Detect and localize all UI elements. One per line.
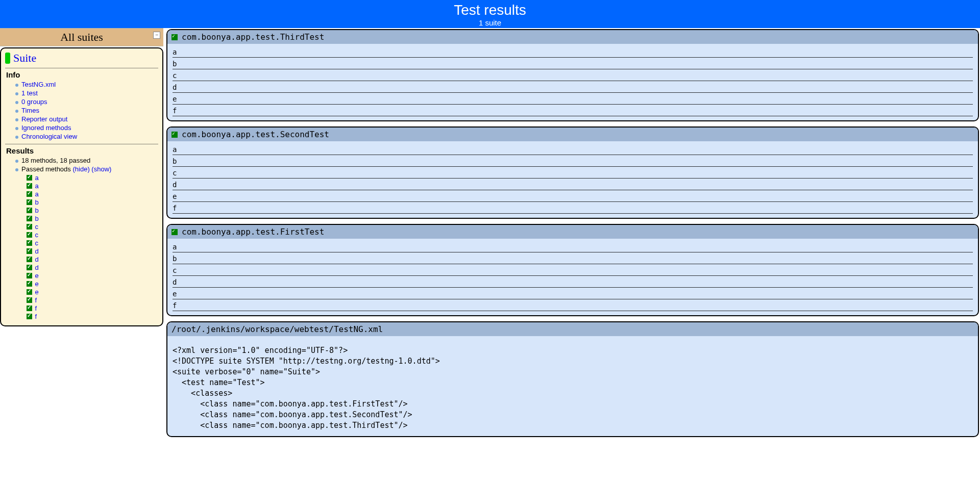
info-link[interactable]: Times <box>21 107 39 114</box>
test-class-panel: com.boonya.app.test.FirstTestabcdef <box>166 224 979 316</box>
test-method-row[interactable]: d <box>173 81 973 91</box>
test-class-panel: com.boonya.app.test.ThirdTestabcdef <box>166 29 979 121</box>
method-name: e <box>33 272 39 279</box>
method-item[interactable]: a <box>27 182 158 190</box>
all-suites-label: All suites <box>60 31 103 43</box>
results-list: 18 methods, 18 passed Passed methods (hi… <box>5 156 158 173</box>
method-name: d <box>33 256 39 263</box>
divider <box>173 178 973 179</box>
test-method-row[interactable]: c <box>173 167 973 177</box>
method-item[interactable]: e <box>27 288 158 296</box>
info-item[interactable]: Chronological view <box>15 132 158 141</box>
main-content: com.boonya.app.test.ThirdTestabcdefcom.b… <box>163 28 980 483</box>
suite-link[interactable]: Suite <box>13 52 36 65</box>
divider <box>173 166 973 167</box>
divider <box>173 92 973 93</box>
main-scroll[interactable]: com.boonya.app.test.ThirdTestabcdefcom.b… <box>166 29 979 483</box>
test-method-row[interactable]: b <box>173 155 973 165</box>
collapse-icon[interactable]: − <box>153 32 160 39</box>
checkmark-icon <box>27 191 32 197</box>
divider <box>173 104 973 105</box>
show-link[interactable]: (show) <box>91 165 111 173</box>
method-item[interactable]: b <box>27 198 158 206</box>
info-link[interactable]: TestNG.xml <box>21 81 56 88</box>
info-item[interactable]: Times <box>15 106 158 115</box>
method-item[interactable]: a <box>27 190 158 198</box>
test-class-header[interactable]: com.boonya.app.test.FirstTest <box>167 225 978 239</box>
checkmark-icon <box>27 297 32 303</box>
divider <box>173 275 973 276</box>
checkmark-icon <box>172 132 178 138</box>
method-item[interactable]: b <box>27 206 158 214</box>
divider <box>173 116 973 116</box>
info-link[interactable]: Ignored methods <box>21 124 71 132</box>
info-item[interactable]: 0 groups <box>15 97 158 106</box>
checkmark-icon <box>27 265 32 270</box>
test-class-body: abcdef <box>167 44 978 120</box>
checkmark-icon <box>27 248 32 254</box>
info-link[interactable]: 1 test <box>21 89 38 97</box>
info-link[interactable]: Chronological view <box>21 133 77 140</box>
test-class-panel: com.boonya.app.test.SecondTestabcdef <box>166 126 979 219</box>
method-item[interactable]: f <box>27 304 158 312</box>
test-method-row[interactable]: a <box>173 241 973 251</box>
test-method-row[interactable]: a <box>173 143 973 154</box>
method-item[interactable]: d <box>27 247 158 255</box>
test-method-row[interactable]: e <box>173 288 973 298</box>
test-method-row[interactable]: f <box>173 299 973 310</box>
divider <box>173 264 973 264</box>
divider <box>173 213 973 214</box>
test-class-header[interactable]: com.boonya.app.test.ThirdTest <box>167 30 978 44</box>
method-item[interactable]: c <box>27 239 158 247</box>
checkmark-icon <box>27 208 32 213</box>
test-class-body: abcdef <box>167 141 978 218</box>
checkmark-icon <box>27 232 32 238</box>
info-item[interactable]: TestNG.xml <box>15 80 158 89</box>
test-method-row[interactable]: b <box>173 58 973 68</box>
status-pass-icon <box>5 53 10 64</box>
checkmark-icon <box>27 314 32 319</box>
info-item[interactable]: 1 test <box>15 89 158 97</box>
test-method-row[interactable]: d <box>173 179 973 189</box>
test-method-row[interactable]: f <box>173 105 973 115</box>
divider <box>173 287 973 288</box>
method-name: d <box>33 247 39 255</box>
test-class-name: com.boonya.app.test.FirstTest <box>182 227 324 237</box>
method-item[interactable]: d <box>27 263 158 271</box>
test-class-name: com.boonya.app.test.ThirdTest <box>182 32 324 42</box>
method-item[interactable]: c <box>27 231 158 239</box>
hide-link[interactable]: (hide) <box>72 165 89 173</box>
checkmark-icon <box>27 216 32 221</box>
checkmark-icon <box>172 34 178 40</box>
method-item[interactable]: f <box>27 312 158 320</box>
method-item[interactable]: f <box>27 296 158 304</box>
method-name: b <box>33 207 39 214</box>
method-name: f <box>33 304 37 312</box>
info-item[interactable]: Ignored methods <box>15 123 158 132</box>
divider <box>173 69 973 69</box>
test-method-row[interactable]: c <box>173 69 973 80</box>
checkmark-icon <box>27 183 32 189</box>
test-method-row[interactable]: e <box>173 190 973 200</box>
method-item[interactable]: e <box>27 271 158 279</box>
test-method-row[interactable]: f <box>173 202 973 212</box>
method-item[interactable]: e <box>27 279 158 288</box>
test-method-row[interactable]: b <box>173 252 973 263</box>
method-item[interactable]: c <box>27 222 158 231</box>
test-class-header[interactable]: com.boonya.app.test.SecondTest <box>167 128 978 141</box>
passed-methods-label: Passed methods <box>21 165 71 173</box>
checkmark-icon <box>172 229 178 235</box>
method-item[interactable]: b <box>27 214 158 222</box>
method-item[interactable]: d <box>27 255 158 263</box>
test-method-row[interactable]: a <box>173 46 973 56</box>
test-method-row[interactable]: d <box>173 276 973 286</box>
results-heading: Results <box>6 146 158 155</box>
info-item[interactable]: Reporter output <box>15 115 158 123</box>
method-item[interactable]: a <box>27 173 158 182</box>
method-name: b <box>33 215 39 222</box>
test-method-row[interactable]: c <box>173 264 973 274</box>
test-method-row[interactable]: e <box>173 93 973 103</box>
method-name: b <box>33 198 39 206</box>
info-link[interactable]: Reporter output <box>21 115 67 123</box>
info-link[interactable]: 0 groups <box>21 98 47 106</box>
